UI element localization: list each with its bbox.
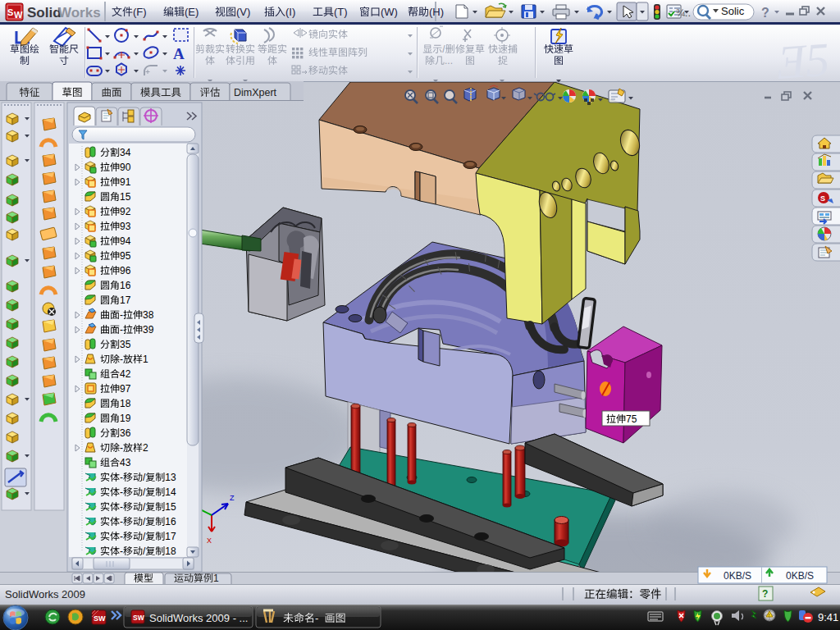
svg-text:36: 36 — [120, 427, 131, 439]
svg-text:0KB/S: 0KB/S — [786, 570, 814, 582]
svg-text:(E): (E) — [185, 6, 199, 18]
svg-text:X: X — [207, 536, 212, 545]
svg-text:92: 92 — [120, 206, 131, 217]
svg-text:35: 35 — [120, 339, 131, 350]
svg-text:SW: SW — [94, 614, 106, 623]
svg-text:?: ? — [761, 6, 769, 20]
svg-text:SW: SW — [133, 614, 145, 622]
svg-text:S: S — [820, 194, 825, 203]
svg-text:75: 75 — [626, 413, 637, 425]
svg-text:SolidWorks 2009: SolidWorks 2009 — [5, 588, 85, 600]
svg-text:-: - — [120, 531, 123, 542]
svg-text:17: 17 — [165, 531, 176, 542]
svg-text:(V): (V) — [236, 6, 250, 18]
svg-text:Solid: Solid — [27, 5, 62, 21]
svg-text:Z: Z — [230, 494, 235, 502]
svg-text:-: - — [315, 612, 318, 624]
svg-text:W: W — [14, 10, 23, 20]
svg-text:93: 93 — [120, 221, 131, 232]
svg-text:-: - — [120, 442, 123, 454]
svg-text:17: 17 — [120, 294, 131, 306]
svg-text:Solic: Solic — [721, 5, 745, 17]
svg-text:(H): (H) — [429, 6, 444, 18]
svg-text:-: - — [120, 516, 123, 527]
svg-text:9:41: 9:41 — [818, 611, 838, 623]
svg-text:(W): (W) — [381, 6, 398, 18]
svg-text:-: - — [120, 486, 123, 498]
svg-text:38: 38 — [143, 309, 154, 321]
svg-text:-: - — [120, 546, 123, 557]
svg-text:15: 15 — [165, 501, 176, 513]
svg-text:16: 16 — [120, 280, 131, 291]
svg-text:91: 91 — [120, 176, 131, 188]
svg-text:43: 43 — [120, 457, 131, 468]
svg-text:DimXpert: DimXpert — [234, 87, 277, 98]
svg-text:90: 90 — [120, 162, 131, 173]
svg-text:34: 34 — [120, 147, 131, 158]
svg-text:S: S — [7, 7, 13, 17]
svg-text:18: 18 — [165, 546, 176, 557]
svg-text:96: 96 — [120, 265, 131, 276]
svg-text:95: 95 — [120, 250, 131, 262]
svg-text:SolidWorks 2009 - ...: SolidWorks 2009 - ... — [149, 612, 248, 624]
svg-text:14: 14 — [165, 486, 176, 498]
svg-text:Ǝ5: Ǝ5 — [774, 33, 831, 89]
svg-text:(F): (F) — [133, 6, 147, 18]
svg-text:1: 1 — [143, 354, 148, 365]
svg-text:15: 15 — [120, 191, 131, 203]
svg-text:2: 2 — [143, 442, 148, 454]
svg-text:1: 1 — [213, 573, 219, 584]
svg-text:18: 18 — [120, 398, 131, 409]
svg-text:Works: Works — [58, 5, 101, 21]
svg-text:-: - — [120, 324, 123, 336]
svg-text:16: 16 — [165, 516, 176, 527]
svg-text:42: 42 — [120, 368, 131, 380]
svg-text:?: ? — [762, 588, 768, 600]
svg-text:39: 39 — [143, 324, 154, 336]
svg-text:13: 13 — [165, 472, 176, 483]
svg-text:...: ... — [445, 55, 453, 66]
svg-text:-: - — [120, 501, 123, 513]
svg-text:¾..: ¾.. — [676, 7, 691, 19]
svg-text:97: 97 — [120, 383, 131, 395]
svg-text:-: - — [120, 309, 123, 321]
svg-text:(T): (T) — [334, 6, 348, 18]
svg-text:A: A — [173, 45, 185, 62]
svg-text:-: - — [120, 354, 123, 365]
svg-text:0KB/S: 0KB/S — [724, 570, 751, 582]
svg-text:19: 19 — [120, 413, 131, 424]
svg-text:-: - — [120, 472, 123, 483]
svg-text:94: 94 — [120, 235, 131, 247]
svg-text:(I): (I) — [285, 6, 295, 18]
